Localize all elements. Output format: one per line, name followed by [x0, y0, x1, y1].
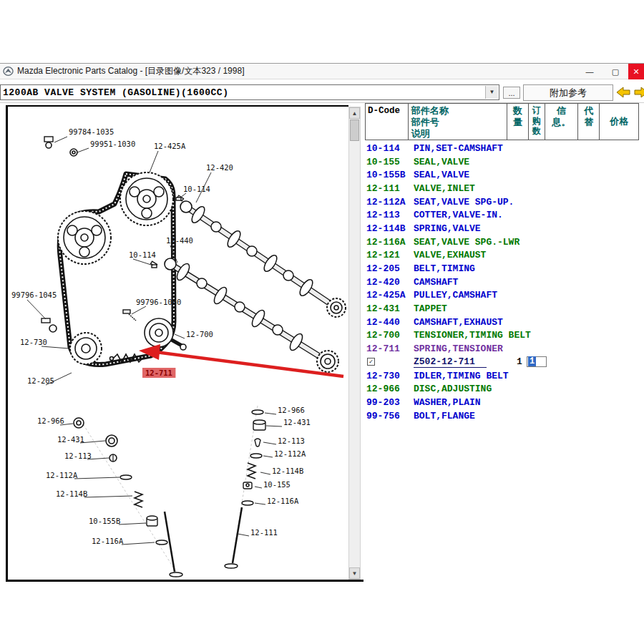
table-row[interactable]: 12-440CAMSHAFT,EXHAUST [365, 316, 639, 329]
part-code[interactable]: 12-730 [365, 371, 409, 381]
table-row[interactable]: 12-711SPRING,TENSIONER [365, 342, 639, 356]
diagram-part-label[interactable]: 12-966 [37, 416, 64, 425]
table-row[interactable]: 12-205BELT,TIMING [365, 262, 639, 275]
diagram-part-label[interactable]: 12-425A [154, 142, 186, 150]
scroll-up-icon[interactable]: ▲ [349, 107, 360, 119]
part-code[interactable]: 12-111 [365, 183, 409, 194]
diagram-part-label[interactable]: 12-431 [283, 418, 311, 426]
diagram-part-label[interactable]: 12-700 [186, 330, 213, 338]
table-row[interactable]: 12-966DISC,ADJUSTING [365, 382, 639, 396]
part-code[interactable]: 12-113 [365, 210, 409, 220]
seat-lower-glyph-right [242, 501, 253, 505]
part-code[interactable]: 99-203 [365, 397, 409, 408]
diagram-part-label[interactable]: 99951-1030 [90, 140, 135, 148]
diagram-part-label[interactable]: 99796-1045 [11, 291, 57, 299]
window-title: Mazda Electronic Parts Catalog - [目录图像/文… [17, 65, 244, 77]
part-code[interactable]: 12-431 [365, 303, 409, 314]
bolt-99796-1060 [123, 310, 136, 321]
diagram-part-label[interactable]: 10-114 [129, 250, 156, 259]
table-row[interactable]: 99-756BOLT,FLANGE [365, 409, 639, 423]
part-desc: VALVE,EXHAUST [409, 250, 639, 260]
diagram-part-label[interactable]: 12-711 [145, 369, 172, 377]
part-code[interactable]: 12-440 [365, 317, 409, 328]
part-code[interactable]: 12-114B [365, 223, 409, 234]
diagram-part-label[interactable]: 12-730 [20, 338, 47, 346]
table-row[interactable]: 10-114PIN,SET-CAMSHAFT [365, 142, 639, 155]
table-row[interactable]: 12-113COTTER,VALVE-IN. [365, 208, 639, 222]
diagram-part-label[interactable]: 12-420 [206, 163, 233, 172]
diagram-part-label[interactable]: 99796-1060 [136, 298, 181, 306]
part-code[interactable]: 12-700 [365, 330, 409, 341]
order-qty-input[interactable]: 1 [527, 356, 547, 367]
part-desc: PIN,SET-CAMSHAFT [409, 143, 639, 154]
diagram-part-label[interactable]: 12-205 [27, 376, 54, 385]
camshaft-exhaust [177, 195, 346, 317]
part-code[interactable]: 12-966 [365, 384, 409, 394]
diagram-part-label[interactable]: 12-116A [267, 497, 299, 505]
table-row[interactable]: 12-112ASEAT,VALVE SPG-UP. [365, 195, 639, 209]
part-code[interactable]: 10-114 [365, 143, 409, 154]
cotter-glyph-right [255, 439, 260, 447]
table-row[interactable]: 12-431TAPPET [365, 302, 639, 316]
part-code[interactable]: 10-155 [365, 157, 409, 167]
diagram-part-label[interactable]: 12-114B [56, 489, 87, 498]
table-row[interactable]: 99-203WASHER,PLAIN [365, 396, 639, 409]
diagram-part-label[interactable]: 10-155 [263, 480, 291, 489]
part-code[interactable]: 12-121 [365, 250, 409, 260]
table-row[interactable]: 12-730IDLER,TIMING BELT [365, 369, 639, 383]
diagram-part-label[interactable]: 12-112A [274, 449, 306, 458]
table-row[interactable]: 12-420CAMSHAFT [365, 275, 639, 289]
part-code[interactable]: 12-425A [365, 290, 409, 301]
table-row[interactable]: 12-114BSPRING,VALVE [365, 222, 639, 235]
header-name: 部件名称 部件号 说明 [409, 104, 507, 140]
minimize-button[interactable]: — [577, 64, 602, 79]
part-code[interactable]: 99-756 [365, 411, 409, 421]
part-code[interactable]: 12-711 [365, 343, 409, 354]
diagram-part-label[interactable]: 12-116A [92, 537, 124, 545]
diagram-part-label[interactable]: 10-155B [89, 517, 120, 525]
order-row[interactable]: ✓Z502-12-71111 [365, 356, 639, 369]
table-row[interactable]: 12-700TENSIONER,TIMING BELT [365, 329, 639, 343]
diagram-part-label[interactable]: 10-114 [183, 185, 210, 193]
diagram-part-label[interactable]: 99784-1035 [69, 127, 114, 136]
order-part-number[interactable]: Z502-12-711 [414, 356, 487, 368]
diagram-part-label[interactable]: 12-111 [250, 528, 278, 537]
diagram-part-label[interactable]: 12-113 [64, 452, 92, 460]
nav-back-icon[interactable] [615, 85, 631, 99]
part-code[interactable]: 12-205 [365, 263, 409, 274]
section-combobox[interactable]: 1200AB VALVE SYSTEM (GASOLINE)(1600CC) ▼ [0, 84, 499, 100]
chevron-down-icon[interactable]: ▼ [485, 86, 498, 99]
diagram-part-label[interactable]: 12-966 [278, 406, 305, 414]
table-row[interactable]: 12-121VALVE,EXHAUST [365, 249, 639, 263]
additional-reference-button[interactable]: 附加参考 [523, 84, 613, 101]
part-code[interactable]: 12-420 [365, 277, 409, 288]
scroll-down-icon[interactable]: ▼ [349, 567, 360, 579]
diagram-part-label[interactable]: 12-112A [46, 471, 78, 479]
diagram-part-label[interactable]: 12-113 [278, 436, 305, 445]
scrollbar-thumb[interactable] [350, 119, 359, 141]
header-price: 价格 [600, 104, 638, 140]
nav-forward-icon[interactable] [633, 85, 644, 99]
tappet-glyph-right [253, 420, 265, 430]
seat-upper-glyph-left [120, 475, 132, 479]
seat-lower-glyph-left [156, 540, 167, 545]
section-combobox-value: 1200AB VALVE SYSTEM (GASOLINE)(1600CC) [1, 87, 228, 98]
table-row[interactable]: 10-155BSEAL,VALVE [365, 168, 639, 182]
more-button[interactable]: ... [503, 87, 520, 99]
maximize-button[interactable]: ▢ [602, 64, 628, 79]
diagram-part-label[interactable]: 12-114B [272, 467, 303, 475]
diagram-part-label[interactable]: 12-440 [166, 236, 193, 245]
part-code[interactable]: 10-155B [365, 170, 409, 180]
table-row[interactable]: 12-116ASEAT,VALVE SPG.-LWR [365, 235, 639, 249]
part-desc: SEAL,VALVE [409, 170, 639, 180]
valve-glyph-left [165, 512, 182, 577]
part-code[interactable]: 12-112A [365, 197, 409, 208]
part-code[interactable]: 12-116A [365, 237, 409, 248]
close-button[interactable]: ✕ [628, 64, 644, 79]
table-row[interactable]: 12-111VALVE,INLET [365, 182, 639, 195]
order-checkbox[interactable]: ✓ [367, 358, 375, 366]
diagram-part-label[interactable]: 12-431 [57, 435, 84, 444]
table-row[interactable]: 12-425APULLEY,CAMSHAFT [365, 289, 639, 303]
table-row[interactable]: 10-155SEAL,VALVE [365, 155, 639, 169]
diagram-scrollbar[interactable]: ▲ ▼ [348, 107, 361, 580]
